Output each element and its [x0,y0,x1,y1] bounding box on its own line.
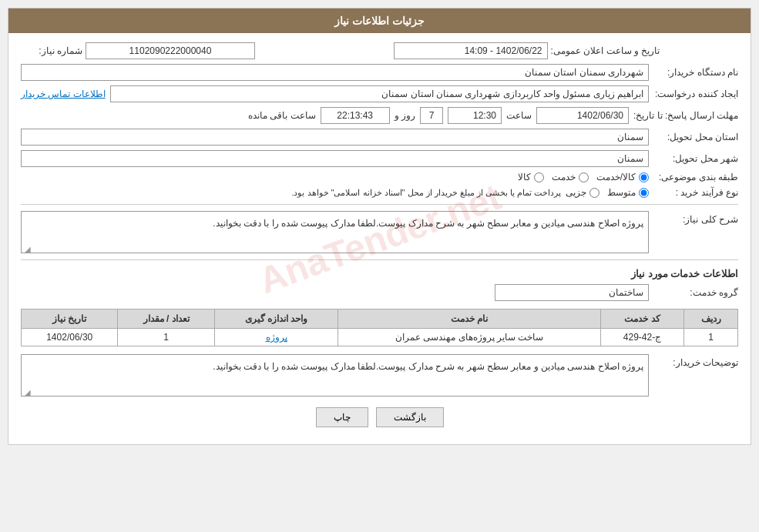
category-option-kala-khedmat[interactable]: کالا/خدمت [596,172,649,182]
category-option-khedmat-label: خدمت [552,172,576,182]
province-field: سمنان [21,129,649,146]
deadline-day-label: روز و [395,110,415,121]
cell-row: 1 [684,329,738,346]
process-option-medium-label: متوسط [607,187,636,198]
bottom-buttons: بازگشت چاپ [21,407,738,427]
category-radio-group: کالا/خدمت خدمت کالا [518,172,649,182]
deadline-time-field: 12:30 [448,107,502,124]
need-number-field: 1102090222000040 [86,42,255,59]
header-title: جزئیات اطلاعات نیاز [334,15,425,27]
col-row: ردیف [684,309,738,329]
cell-code: ج-42-429 [601,329,684,346]
creator-field: ابراهیم زیاری مسئول واحد کاربردازی شهردا… [110,85,649,102]
announcement-date-label: تاریخ و ساعت اعلان عمومی: [551,45,660,56]
buyer-org-label: نام دستگاه خریدار: [653,67,738,78]
need-desc-label: شرح کلی نیاز: [653,211,738,225]
category-option-kala[interactable]: کالا [518,172,544,182]
service-group-field: ساختمان [495,284,649,301]
need-desc-box: پروژه اصلاح هندسی میادین و معابر سطح شهر… [21,211,649,253]
table-row: 1 ج-42-429 ساخت سایر پروژه‌های مهندسی عم… [22,329,738,346]
deadline-label: مهلت ارسال پاسخ: تا تاریخ: [633,110,738,121]
process-option-partial[interactable]: جزیی [566,187,599,198]
deadline-time-label: ساعت [506,110,532,121]
service-group-label: گروه خدمت: [653,287,738,298]
deadline-day-field: 7 [420,107,443,124]
cell-name: ساخت سایر پروژه‌های مهندسی عمران [338,329,601,346]
contact-link[interactable]: اطلاعات تماس خریدار [21,89,106,99]
creator-label: ایجاد کننده درخواست: [653,89,738,99]
process-note: پرداخت تمام یا بخشی از مبلغ خریدار از مح… [291,188,561,198]
col-qty: تعداد / مقدار [118,309,214,329]
province-label: استان محل تحویل: [653,132,738,142]
buyer-notes-box: پروژه اصلاح هندسی میادین و معابر سطح شهر… [21,354,649,396]
process-radio-group: متوسط جزیی [566,187,649,198]
process-option-partial-label: جزیی [566,187,586,198]
city-field: سمنان [21,150,649,167]
col-date: تاریخ نیاز [22,309,118,329]
col-code: کد خدمت [601,309,684,329]
print-button[interactable]: چاپ [316,407,368,427]
city-label: شهر محل تحویل: [653,153,738,164]
deadline-remaining-label: ساعت باقی مانده [248,110,316,121]
page-header: جزئیات اطلاعات نیاز [8,8,751,33]
deadline-remaining-field: 22:13:43 [321,107,390,124]
resize-handle2: ◢ [23,386,31,394]
services-section-title: اطلاعات خدمات مورد نیاز [21,268,738,279]
announcement-date-field: 1402/06/22 - 14:09 [394,42,548,59]
category-option-kala-khedmat-label: کالا/خدمت [596,172,636,182]
category-option-khedmat[interactable]: خدمت [552,172,589,182]
back-button[interactable]: بازگشت [376,407,444,427]
col-name: نام خدمت [338,309,601,329]
services-table: ردیف کد خدمت نام خدمت واحد اندازه گیری ت… [21,309,738,346]
need-number-label: شماره نیاز: [21,45,82,56]
process-label: نوع فرآیند خرید : [653,187,738,198]
deadline-date-field: 1402/06/30 [536,107,629,124]
cell-unit[interactable]: پروژه [214,329,338,346]
category-option-kala-label: کالا [518,172,531,182]
services-table-section: ردیف کد خدمت نام خدمت واحد اندازه گیری ت… [21,309,738,346]
buyer-notes-label: توضیحات خریدار: [653,354,738,368]
category-label: طبقه بندی موضوعی: [653,172,738,182]
buyer-org-field: شهرداری سمنان استان سمنان [21,64,649,81]
cell-qty: 1 [118,329,214,346]
process-option-medium[interactable]: متوسط [607,187,649,198]
col-unit: واحد اندازه گیری [214,309,338,329]
resize-handle: ◢ [23,243,31,251]
cell-date: 1402/06/30 [22,329,118,346]
